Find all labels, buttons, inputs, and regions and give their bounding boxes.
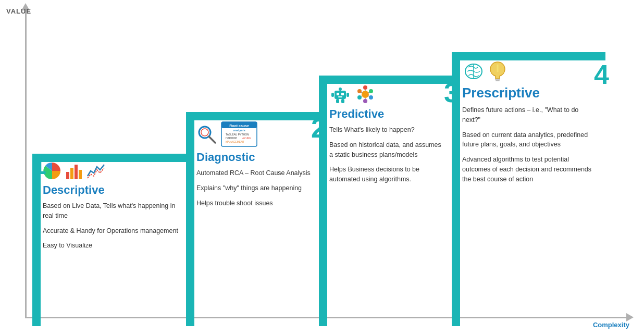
predictive-title: Predictive <box>329 107 444 121</box>
svg-point-27 <box>369 89 373 93</box>
predictive-bullet-1: Tells What's likely to happen? <box>329 125 444 135</box>
svg-text:Root cause: Root cause <box>229 124 249 128</box>
y-axis-label: VALUE <box>6 7 31 15</box>
svg-line-36 <box>361 96 362 96</box>
descriptive-title: Descriptive <box>43 183 181 197</box>
prescriptive-number: 4 <box>594 59 609 90</box>
svg-point-5 <box>201 129 208 136</box>
svg-text:TABLEAU  PYTHON: TABLEAU PYTHON <box>226 133 249 136</box>
svg-rect-40 <box>495 79 500 80</box>
svg-rect-17 <box>341 93 344 95</box>
svg-line-6 <box>209 137 215 143</box>
svg-rect-41 <box>496 80 500 81</box>
svg-rect-23 <box>336 99 339 103</box>
predictive-bullet-2: Based on historical data, and assumes a … <box>329 140 444 160</box>
prescriptive-bullet-2: Based on current data analytics, predefi… <box>462 130 598 150</box>
lightbulb-icon <box>488 60 507 83</box>
svg-rect-18 <box>338 96 342 97</box>
svg-line-34 <box>368 96 369 96</box>
descriptive-body: Based on Live Data, Tells what's happeni… <box>43 201 181 251</box>
svg-text:AZURE: AZURE <box>242 137 252 140</box>
svg-line-33 <box>368 92 369 93</box>
descriptive-icons <box>43 162 181 180</box>
brain-icon <box>462 60 485 83</box>
svg-rect-22 <box>346 93 349 97</box>
svg-point-28 <box>369 95 373 100</box>
descriptive-number: 1 <box>31 150 46 180</box>
svg-rect-15 <box>335 91 346 99</box>
svg-rect-2 <box>75 165 78 179</box>
svg-point-31 <box>357 89 362 93</box>
svg-line-37 <box>361 92 362 93</box>
magnifier-icon <box>196 124 217 145</box>
section-descriptive: 1 Descriptive Based on Live Data, Tells … <box>43 162 181 256</box>
predictive-body: Tells What's likely to happen? Based on … <box>329 125 444 184</box>
prescriptive-bullet-1: Defines future actions – i.e., "What to … <box>462 105 598 125</box>
diagnostic-body: Automated RCA – Root Cause Analysis Expl… <box>196 168 314 208</box>
prescriptive-title: Prescriptive <box>462 85 598 101</box>
section-diagnostic: Root cause analysis TABLEAU PYTHON HADOO… <box>196 120 314 213</box>
descriptive-bullet-3: Easy to Visualize <box>43 241 181 251</box>
svg-text:MANAGEMENT: MANAGEMENT <box>226 140 244 143</box>
rca-book-icon: Root cause analysis TABLEAU PYTHON HADOO… <box>220 120 259 148</box>
svg-point-25 <box>362 91 369 98</box>
diagnostic-number: 2 <box>311 113 326 143</box>
svg-rect-1 <box>70 168 73 179</box>
section-predictive: 3 Predictive Tells What's likely to happ… <box>329 83 444 190</box>
diagnostic-bullet-3: Helps trouble shoot issues <box>196 198 314 208</box>
diagnostic-icons: Root cause analysis TABLEAU PYTHON HADOO… <box>196 120 314 148</box>
predictive-bullet-3: Helps Business decisions to be automated… <box>329 165 444 184</box>
x-axis-arrow <box>626 313 634 321</box>
descriptive-bullet-2: Accurate & Handy for Operations manageme… <box>43 226 181 236</box>
predictive-icons <box>329 83 444 105</box>
svg-rect-0 <box>66 172 69 179</box>
svg-point-30 <box>357 95 362 100</box>
descriptive-bullet-1: Based on Live Data, Tells what's happeni… <box>43 201 181 221</box>
diagnostic-bullet-2: Explains "why" things are happening <box>196 183 314 193</box>
svg-rect-3 <box>79 170 82 179</box>
svg-text:HADOOP: HADOOP <box>226 137 237 140</box>
network-icon <box>354 83 376 105</box>
predictive-number: 3 <box>444 78 459 108</box>
line-chart-icon <box>86 162 105 180</box>
prescriptive-icons <box>462 60 598 83</box>
svg-rect-24 <box>341 99 344 103</box>
prescriptive-bullet-3: Advanced algorithms to test potential ou… <box>462 155 598 184</box>
prescriptive-body: Defines future actions – i.e., "What to … <box>462 105 598 184</box>
bar-chart-icon <box>65 162 83 180</box>
svg-rect-16 <box>337 93 339 95</box>
svg-text:analysis: analysis <box>233 129 245 132</box>
diagnostic-title: Diagnostic <box>196 151 314 164</box>
svg-point-26 <box>363 85 367 90</box>
diagnostic-bullet-1: Automated RCA – Root Cause Analysis <box>196 168 314 178</box>
robot-icon <box>329 83 351 105</box>
svg-point-29 <box>363 99 367 103</box>
section-prescriptive: 4 Prescriptive Defines future actions – … <box>462 60 598 189</box>
y-axis <box>25 5 27 318</box>
svg-rect-21 <box>331 93 334 97</box>
